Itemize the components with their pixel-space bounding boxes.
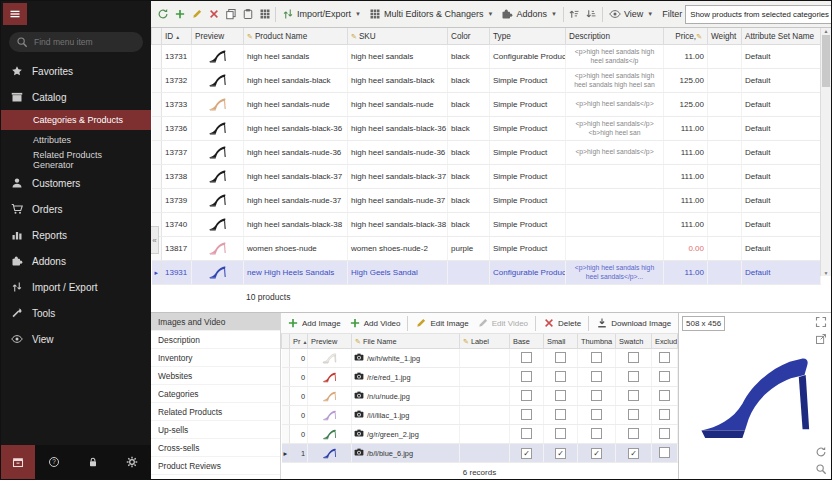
product-row[interactable]: 13732high heel sandals-blackhigh heel sa… bbox=[152, 69, 821, 93]
add-video-button[interactable]: Add Video bbox=[346, 317, 404, 329]
small-checkbox[interactable] bbox=[555, 352, 566, 363]
small-checkbox[interactable] bbox=[555, 428, 566, 439]
collapse-rows-button[interactable] bbox=[583, 5, 600, 24]
column-header-color[interactable]: Color bbox=[448, 28, 490, 45]
download-image-button[interactable]: Download Image bbox=[593, 317, 674, 329]
thumbnail-checkbox[interactable] bbox=[591, 428, 602, 439]
exclude-checkbox[interactable] bbox=[659, 409, 670, 420]
thumbnail-checkbox[interactable] bbox=[591, 352, 602, 363]
swatch-checkbox[interactable] bbox=[628, 352, 639, 363]
zoom-icon[interactable] bbox=[815, 463, 828, 476]
base-checkbox[interactable] bbox=[521, 409, 532, 420]
sidebar-search-input[interactable] bbox=[32, 36, 136, 48]
tab-related-products[interactable]: Related Products bbox=[151, 403, 280, 421]
thumbnail-checkbox[interactable]: ✓ bbox=[591, 448, 602, 459]
column-header-type[interactable]: Type bbox=[490, 28, 566, 45]
tab-inventory[interactable]: Inventory bbox=[151, 349, 280, 367]
column-header-id[interactable]: ID▲ bbox=[162, 28, 192, 45]
small-checkbox[interactable] bbox=[555, 371, 566, 382]
sidebar-item-import-export[interactable]: Import / Export bbox=[1, 274, 151, 300]
product-row[interactable]: 13817women shoes-nudewomen shoes-nude-2p… bbox=[152, 237, 821, 261]
swatch-checkbox[interactable] bbox=[628, 371, 639, 382]
image-column-header-preview[interactable]: Preview bbox=[308, 334, 352, 349]
exclude-checkbox[interactable] bbox=[659, 352, 670, 363]
swatch-checkbox[interactable] bbox=[628, 390, 639, 401]
copy-button[interactable] bbox=[222, 5, 239, 24]
sidebar-item-tools[interactable]: Tools bbox=[1, 300, 151, 326]
image-column-header-file-name[interactable]: ✎File Name bbox=[352, 334, 460, 349]
grid-scrollbar[interactable]: ▲ ▼ bbox=[820, 28, 831, 276]
image-row[interactable]: 0/n/u/nude.jpg bbox=[282, 387, 678, 406]
paste-button[interactable] bbox=[239, 5, 256, 24]
product-row[interactable]: 13731high heel sandalshigh heel sandalsb… bbox=[152, 45, 821, 69]
small-checkbox[interactable] bbox=[555, 409, 566, 420]
import-export-menu[interactable]: Import/Export▼ bbox=[278, 4, 365, 24]
help-button[interactable]: ? bbox=[35, 445, 74, 479]
product-row[interactable]: 13737high heel sandals-nude-36high heel … bbox=[152, 141, 821, 165]
open-external-icon[interactable] bbox=[815, 333, 828, 346]
tab-websites[interactable]: Websites bbox=[151, 367, 280, 385]
add-product-button[interactable] bbox=[171, 5, 188, 24]
column-header-sku[interactable]: ✎SKU bbox=[348, 28, 448, 45]
edit-image-button[interactable]: Edit Image bbox=[412, 317, 471, 329]
lock-button[interactable] bbox=[74, 445, 113, 479]
image-row[interactable]: 0/g/r/green_2.jpg bbox=[282, 425, 678, 444]
delete-image-button[interactable]: Delete bbox=[540, 317, 584, 329]
columns-button[interactable] bbox=[256, 5, 273, 24]
base-checkbox[interactable] bbox=[521, 428, 532, 439]
tab-product-reviews[interactable]: Product Reviews bbox=[151, 457, 280, 475]
edit-product-button[interactable] bbox=[188, 5, 205, 24]
base-checkbox[interactable] bbox=[521, 371, 532, 382]
image-column-header-pr[interactable]: Pr▲ bbox=[290, 334, 308, 349]
column-header-description[interactable]: Description bbox=[566, 28, 664, 45]
thumbnail-checkbox[interactable] bbox=[591, 390, 602, 401]
column-header-price[interactable]: Price,✎ bbox=[664, 28, 708, 45]
scroll-down-icon[interactable]: ▼ bbox=[824, 270, 829, 276]
store-button[interactable] bbox=[1, 445, 35, 479]
category-filter-select[interactable]: Show products from selected categories▼ bbox=[685, 5, 831, 24]
tab-description[interactable]: Description bbox=[151, 331, 280, 349]
base-checkbox[interactable]: ✓ bbox=[521, 448, 532, 459]
thumbnail-checkbox[interactable] bbox=[591, 409, 602, 420]
product-row[interactable]: 13736high heel sandals-black-36high heel… bbox=[152, 117, 821, 141]
thumbnail-checkbox[interactable] bbox=[591, 371, 602, 382]
product-row[interactable]: 13738high heel sandals-black-37high heel… bbox=[152, 165, 821, 189]
sidebar-item-categories-products[interactable]: Categories & Products bbox=[1, 110, 151, 130]
base-checkbox[interactable] bbox=[521, 352, 532, 363]
product-row[interactable]: 13740high heel sandals-black-38high heel… bbox=[152, 213, 821, 237]
column-header-product-name[interactable]: ✎Product Name bbox=[244, 28, 348, 45]
tab-categories[interactable]: Categories bbox=[151, 385, 280, 403]
sidebar-item-view[interactable]: View bbox=[1, 326, 151, 352]
tab-cross-sells[interactable]: Cross-sells bbox=[151, 439, 280, 457]
image-column-header-label[interactable]: ✎Label bbox=[460, 334, 510, 349]
addons-menu[interactable]: Addons▼ bbox=[497, 4, 560, 24]
settings-button[interactable] bbox=[112, 445, 151, 479]
add-image-button[interactable]: Add Image bbox=[284, 317, 344, 329]
exclude-checkbox[interactable] bbox=[659, 371, 670, 382]
image-row[interactable]: 0/l/i/lilac_1.jpg bbox=[282, 406, 678, 425]
sidebar-item-customers[interactable]: Customers bbox=[1, 170, 151, 196]
sidebar-item-attributes[interactable]: Attributes bbox=[1, 130, 151, 150]
swatch-checkbox[interactable] bbox=[628, 409, 639, 420]
small-checkbox[interactable] bbox=[555, 390, 566, 401]
exclude-checkbox[interactable] bbox=[659, 428, 670, 439]
image-column-header-exclude[interactable]: Exclude bbox=[652, 334, 678, 349]
scrollbar-thumb[interactable] bbox=[822, 35, 830, 87]
expand-rows-button[interactable] bbox=[566, 5, 583, 24]
product-row[interactable]: 13733high heel sandals-nudehigh heel san… bbox=[152, 93, 821, 117]
image-row[interactable]: 0/w/h/white_1.jpg bbox=[282, 349, 678, 368]
sidebar-item-reports[interactable]: Reports bbox=[1, 222, 151, 248]
image-column-header-base[interactable]: Base bbox=[510, 334, 544, 349]
sidebar-item-favorites[interactable]: Favorites bbox=[1, 58, 151, 84]
sidebar-item-related-products-generator[interactable]: Related Products Generator bbox=[1, 150, 151, 170]
column-header-weight[interactable]: Weight bbox=[708, 28, 742, 45]
image-column-header-thumbna[interactable]: Thumbna bbox=[578, 334, 616, 349]
menu-toggle-button[interactable] bbox=[3, 3, 27, 25]
sidebar-item-addons[interactable]: Addons bbox=[1, 248, 151, 274]
column-header-preview[interactable]: Preview bbox=[192, 28, 244, 45]
rotate-icon[interactable] bbox=[815, 446, 828, 459]
image-row[interactable]: 0/r/e/red_1.jpg bbox=[282, 368, 678, 387]
product-row[interactable]: 13739high heel sandals-nude-37high heel … bbox=[152, 189, 821, 213]
view-menu[interactable]: View▼ bbox=[605, 4, 657, 24]
sidebar-item-catalog[interactable]: Catalog bbox=[1, 84, 151, 110]
